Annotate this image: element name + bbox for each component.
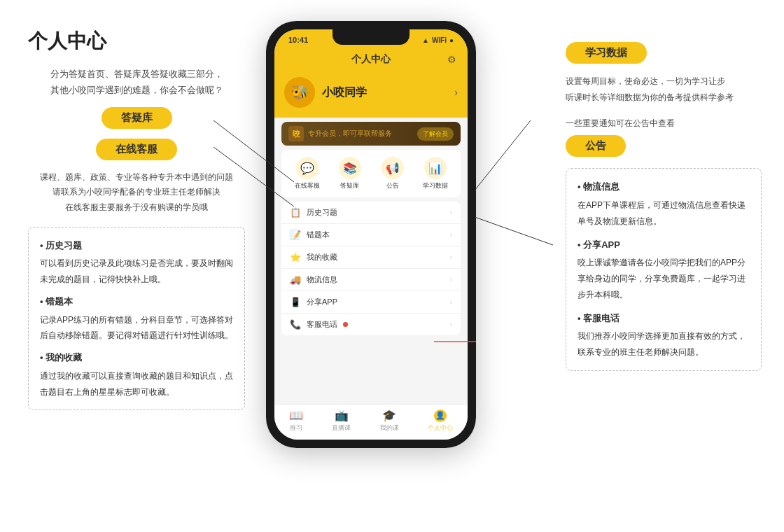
profile-name: 小咬同学 xyxy=(322,85,367,100)
personal-center-active-dot: 👤 xyxy=(434,410,447,422)
grid-item-online-service[interactable]: 💬 在线客服 xyxy=(287,157,327,190)
grid-item-study-data[interactable]: 📊 学习数据 xyxy=(415,157,455,190)
my-favorites-icon: ⭐ xyxy=(290,252,301,262)
gear-icon[interactable]: ⚙ xyxy=(447,54,456,65)
online-service-description: 课程、题库、政策、专业等各种专升本中遇到的问题请联系为小咬同学配备的专业班主任老… xyxy=(28,170,245,216)
menu-wrong-questions[interactable]: 📝 错题本 › xyxy=(281,224,461,246)
answer-library-label: 答疑库 xyxy=(340,181,359,190)
practice-icon: 📖 xyxy=(289,409,303,422)
vip-text: 专升会员，即可享联帮服务 xyxy=(308,129,392,139)
wrong-questions-icon: 📝 xyxy=(290,230,301,240)
practice-label: 推习 xyxy=(290,424,302,433)
vip-button[interactable]: 了解会员 xyxy=(417,127,454,141)
tab-bar: 📖 推习 📺 直播课 🎓 我的课 👤 个人中心 xyxy=(274,404,468,440)
share-app-desc: 咬上课诚挚邀请各位小咬同学把我们的APP分享给身边的同学，分享免费题库，一起学习… xyxy=(578,255,750,302)
study-data-label: 学习数据 xyxy=(423,181,448,190)
badge-announcement[interactable]: 公告 xyxy=(566,135,626,157)
right-panel: 学习数据 设置每周目标，使命必达，一切为学习让步听课时长等详细数据为你的备考提供… xyxy=(566,42,762,371)
battery-icon: ● xyxy=(449,36,454,44)
share-app-icon: 📱 xyxy=(290,297,301,307)
menu-my-favorites[interactable]: ⭐ 我的收藏 › xyxy=(281,246,461,269)
history-exercise-title: • 历史习题 xyxy=(40,237,233,255)
menu-customer-phone[interactable]: 📞 客服电话 › xyxy=(281,314,461,335)
logistics-menu-label: 物流信息 xyxy=(307,274,337,285)
my-favorites-desc: 通过我的收藏可以直接查询收藏的题目和知识点，点击题目右上角的星星标志即可收藏。 xyxy=(40,368,233,400)
app-header: 个人中心 ⚙ xyxy=(274,49,468,73)
logistics-info-title: • 物流信息 xyxy=(578,178,750,196)
history-exercise-arrow: › xyxy=(450,209,452,216)
left-dashed-box: • 历史习题 可以看到历史记录及此项练习是否完成，要及时翻阅未完成的题目，记得快… xyxy=(28,227,245,411)
logistics-info-desc: 在APP下单课程后，可通过物流信息查看快递单号及物流更新信息。 xyxy=(578,197,750,230)
online-service-icon: 💬 xyxy=(296,157,318,179)
my-favorites-arrow: › xyxy=(450,253,452,261)
menu-share-app[interactable]: 📱 分享APP › xyxy=(281,291,461,314)
svg-line-2 xyxy=(475,120,531,190)
left-panel: 个人中心 分为答疑首页、答疑库及答疑收藏三部分，其他小咬同学遇到的难题，你会不会… xyxy=(28,28,245,410)
customer-phone-arrow: › xyxy=(450,321,452,328)
history-exercise-icon: 📋 xyxy=(290,207,301,218)
red-dot-indicator xyxy=(343,322,348,327)
announcement-description: 一些重要通知可在公告中查看 xyxy=(566,115,762,132)
menu-list: 📋 历史习题 › 📝 错题本 › ⭐ 我的收藏 › 🚚 物流信息 xyxy=(281,202,461,335)
signal-icon: ▲ xyxy=(422,36,429,44)
vip-banner[interactable]: 咬 专升会员，即可享联帮服务 了解会员 xyxy=(281,122,461,146)
vip-icon: 咬 xyxy=(288,126,304,141)
wrong-questions-desc: 记录APP练习的所有错题，分科目章节，可选择答对后自动移除错题。要记得对错题进行… xyxy=(40,312,233,344)
study-data-icon: 📊 xyxy=(424,157,447,179)
customer-phone-menu-label: 客服电话 xyxy=(307,319,337,330)
menu-logistics[interactable]: 🚚 物流信息 › xyxy=(281,269,461,291)
my-course-label: 我的课 xyxy=(380,424,399,433)
live-course-icon: 📺 xyxy=(335,409,349,422)
icon-grid: 💬 在线客服 📚 答疑库 📢 公告 📊 学习数据 xyxy=(281,150,461,197)
share-app-title: • 分享APP xyxy=(578,237,750,254)
profile-arrow: › xyxy=(454,87,458,98)
customer-phone-icon: 📞 xyxy=(290,319,301,330)
svg-line-3 xyxy=(475,217,553,245)
logistics-icon: 🚚 xyxy=(290,274,301,285)
top-description: 分为答疑首页、答疑库及答疑收藏三部分，其他小咬同学遇到的难题，你会不会做呢？ xyxy=(28,66,245,99)
app-header-title: 个人中心 xyxy=(351,53,391,66)
badge-study-data[interactable]: 学习数据 xyxy=(566,42,647,64)
avatar: 🐝 xyxy=(284,77,315,108)
wrong-questions-arrow: › xyxy=(450,231,452,239)
personal-center-label: 个人中心 xyxy=(428,424,453,433)
announcement-label: 公告 xyxy=(386,181,399,190)
grid-item-announcement[interactable]: 📢 公告 xyxy=(372,157,412,190)
answer-library-icon: 📚 xyxy=(339,157,361,179)
tab-practice[interactable]: 📖 推习 xyxy=(289,409,303,433)
study-data-description: 设置每周目标，使命必达，一切为学习让步听课时长等详细数据为你的备考提供科学参考 xyxy=(566,74,762,106)
tab-my-course[interactable]: 🎓 我的课 xyxy=(380,409,399,433)
customer-phone-title: • 客服电话 xyxy=(578,310,750,328)
share-app-menu-label: 分享APP xyxy=(307,297,337,307)
my-course-icon: 🎓 xyxy=(382,409,396,422)
share-app-arrow: › xyxy=(450,298,452,306)
vip-left: 咬 专升会员，即可享联帮服务 xyxy=(288,126,392,141)
wrong-questions-menu-label: 错题本 xyxy=(307,230,330,240)
phone-screen: 10:41 ▲ WiFi ● 个人中心 ⚙ 🐝 小咬同学 › xyxy=(274,29,468,440)
phone-outer-frame: 10:41 ▲ WiFi ● 个人中心 ⚙ 🐝 小咬同学 › xyxy=(266,21,476,448)
badge-online-service[interactable]: 在线客服 xyxy=(96,139,177,160)
customer-phone-desc: 我们推荐小咬同学选择更加直接有效的方式，联系专业的班主任老师解决问题。 xyxy=(578,328,750,360)
live-course-label: 直播课 xyxy=(332,424,351,433)
menu-history-exercise[interactable]: 📋 历史习题 › xyxy=(281,202,461,224)
badge-answer-library[interactable]: 答疑库 xyxy=(102,107,172,129)
status-icons: ▲ WiFi ● xyxy=(422,36,454,44)
online-service-label: 在线客服 xyxy=(295,181,320,190)
tab-live-course[interactable]: 📺 直播课 xyxy=(332,409,351,433)
my-favorites-menu-label: 我的收藏 xyxy=(307,252,337,262)
my-favorites-title: • 我的收藏 xyxy=(40,349,233,367)
phone-notch xyxy=(332,29,410,45)
wrong-questions-title: • 错题本 xyxy=(40,293,233,311)
tab-personal-center[interactable]: 👤 个人中心 xyxy=(428,410,453,433)
page-title: 个人中心 xyxy=(28,28,245,55)
phone-mockup: 10:41 ▲ WiFi ● 个人中心 ⚙ 🐝 小咬同学 › xyxy=(266,21,476,455)
right-dashed-box: • 物流信息 在APP下单课程后，可通过物流信息查看快递单号及物流更新信息。 •… xyxy=(566,168,762,371)
logistics-arrow: › xyxy=(450,276,452,284)
status-time: 10:41 xyxy=(288,36,308,44)
profile-section[interactable]: 🐝 小咬同学 › xyxy=(274,73,468,118)
history-exercise-desc: 可以看到历史记录及此项练习是否完成，要及时翻阅未完成的题目，记得快快补上哦。 xyxy=(40,255,233,288)
announcement-icon: 📢 xyxy=(382,157,404,179)
history-exercise-menu-label: 历史习题 xyxy=(307,207,337,218)
grid-item-answer-library[interactable]: 📚 答疑库 xyxy=(330,157,370,190)
personal-center-icon: 👤 xyxy=(435,411,445,420)
